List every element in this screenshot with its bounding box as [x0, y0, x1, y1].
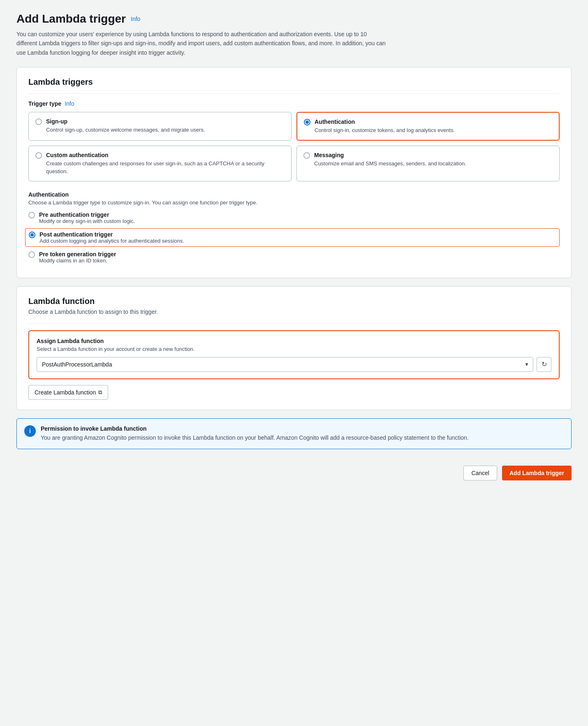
trigger-option-signup[interactable]: Sign-up Control sign-up, customize welco… — [28, 112, 292, 141]
page-description: You can customize your users' experience… — [16, 30, 387, 57]
pre-token-title: Pre token generation trigger — [39, 251, 116, 257]
radio-custom-auth — [35, 152, 42, 159]
create-lambda-button[interactable]: Create Lambda function ⧉ — [28, 385, 108, 400]
radio-pre-auth — [28, 212, 35, 218]
assign-lambda-desc: Select a Lambda function in your account… — [37, 346, 551, 352]
trigger-auth-desc: Control sign-in, customize tokens, and l… — [315, 127, 455, 134]
page-title-info-link[interactable]: Info — [131, 16, 140, 22]
lambda-dropdown-wrapper: PostAuthProcessorLambda ▼ — [37, 357, 533, 372]
trigger-signup-desc: Control sign-up, customize welcome messa… — [46, 126, 205, 134]
trigger-option-custom-auth[interactable]: Custom authentication Create custom chal… — [28, 146, 292, 181]
cancel-button[interactable]: Cancel — [463, 466, 497, 480]
trigger-signup-title: Sign-up — [46, 118, 205, 125]
info-icon: i — [24, 425, 36, 437]
page-header: Add Lambda trigger Info You can customiz… — [16, 12, 572, 57]
radio-authentication — [304, 119, 310, 125]
auth-subsection: Authentication Choose a Lambda trigger t… — [28, 191, 560, 264]
pre-auth-desc: Modify or deny sign-in with custom logic… — [39, 218, 135, 224]
assign-lambda-title: Assign Lambda function — [37, 338, 551, 344]
trigger-type-label: Trigger type Info — [28, 100, 560, 107]
auth-subsection-title: Authentication — [28, 191, 560, 198]
trigger-messaging-desc: Customize email and SMS messages, sender… — [314, 160, 466, 167]
post-auth-desc: Add custom logging and analytics for aut… — [39, 238, 184, 244]
radio-signup — [35, 118, 42, 125]
trigger-messaging-title: Messaging — [314, 152, 466, 158]
external-link-icon: ⧉ — [98, 389, 102, 396]
divider-2 — [28, 323, 560, 324]
lambda-function-title: Lambda function — [28, 297, 560, 306]
refresh-button[interactable]: ↻ — [537, 357, 551, 372]
trigger-auth-title: Authentication — [315, 118, 455, 125]
radio-post-auth — [29, 232, 35, 238]
lambda-triggers-card: Lambda triggers Trigger type Info Sign-u… — [16, 67, 572, 278]
auth-subsection-desc: Choose a Lambda trigger type to customiz… — [28, 199, 560, 206]
submit-button[interactable]: Add Lambda trigger — [502, 466, 572, 480]
trigger-type-info-link[interactable]: Info — [65, 100, 74, 107]
create-lambda-label: Create Lambda function — [35, 389, 96, 396]
trigger-type-grid: Sign-up Control sign-up, customize welco… — [28, 112, 560, 181]
lambda-triggers-title: Lambda triggers — [28, 77, 560, 87]
pre-auth-title: Pre authentication trigger — [39, 211, 135, 218]
radio-option-post-auth[interactable]: Post authentication trigger Add custom l… — [25, 228, 560, 247]
assign-lambda-box: Assign Lambda function Select a Lambda f… — [28, 330, 560, 379]
lambda-dropdown-row: PostAuthProcessorLambda ▼ ↻ — [37, 357, 551, 372]
action-bar: Cancel Add Lambda trigger — [16, 459, 572, 485]
radio-pre-token — [28, 251, 35, 258]
permission-notice-title: Permission to invoke Lambda function — [41, 425, 469, 432]
lambda-function-subtitle: Choose a Lambda function to assign to th… — [28, 308, 560, 315]
trigger-custom-auth-desc: Create custom challenges and responses f… — [46, 160, 285, 175]
radio-option-pre-token[interactable]: Pre token generation trigger Modify clai… — [28, 251, 560, 264]
permission-notice-content: Permission to invoke Lambda function You… — [41, 425, 469, 442]
trigger-option-messaging[interactable]: Messaging Customize email and SMS messag… — [296, 146, 560, 181]
lambda-function-select[interactable]: PostAuthProcessorLambda — [37, 357, 533, 372]
post-auth-title: Post authentication trigger — [39, 231, 184, 238]
divider-1 — [28, 93, 560, 94]
lambda-function-card: Lambda function Choose a Lambda function… — [16, 286, 572, 410]
permission-notice-text: You are granting Amazon Cognito permissi… — [41, 434, 469, 442]
radio-messaging — [303, 152, 310, 159]
trigger-option-authentication[interactable]: Authentication Control sign-in, customiz… — [296, 112, 560, 141]
permission-notice: i Permission to invoke Lambda function Y… — [16, 418, 572, 449]
trigger-custom-auth-title: Custom authentication — [46, 152, 285, 158]
page-title: Add Lambda trigger Info — [16, 12, 572, 26]
radio-option-pre-auth[interactable]: Pre authentication trigger Modify or den… — [28, 211, 560, 224]
refresh-icon: ↻ — [542, 360, 547, 368]
pre-token-desc: Modify claims in an ID token. — [39, 257, 116, 264]
